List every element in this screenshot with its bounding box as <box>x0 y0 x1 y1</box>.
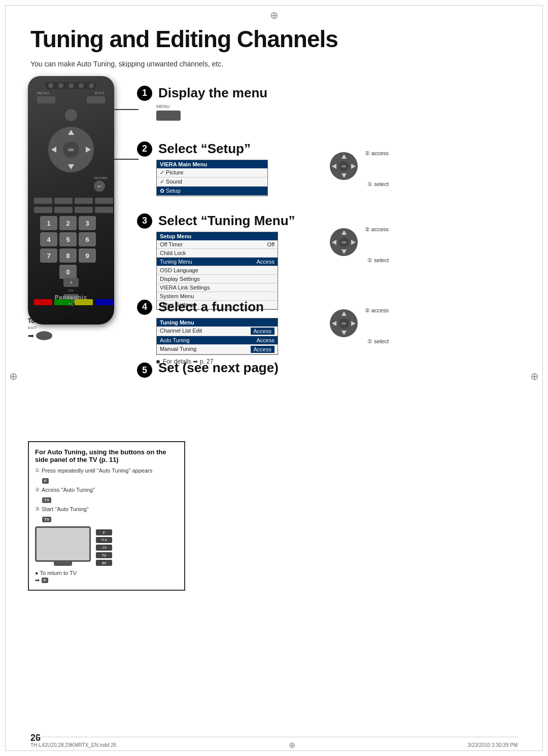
step-2-menu-header: VIERA Main Menu <box>157 160 267 168</box>
num-1[interactable]: 1 <box>40 216 57 230</box>
page-footer: TH-L42U20,28,29KMRTX_EN.indd 26 ⊕ 3/23/2… <box>30 737 518 750</box>
step-2-menu: VIERA Main Menu ✓ Picture ✓ Sound ✿ Setu… <box>156 160 268 196</box>
info-return-label: ● To return to TV ➡ F <box>35 570 178 584</box>
info-step-2-text: Access "Auto Tuning" <box>42 487 95 493</box>
step-4-ok-diagram: OK ② access ① select <box>325 304 391 350</box>
crosshair-top: ⊕ <box>270 9 279 21</box>
return-button[interactable]: ↩ <box>94 181 105 192</box>
step-1-menu-label: MENU <box>156 104 267 109</box>
step-2-menu-item-setup: ✿ Setup <box>157 187 267 196</box>
info-step-3: ③ Start "Auto Tuning" <box>35 506 178 512</box>
step-3-tuning-menu: Tuning MenuAccess <box>157 258 278 266</box>
small-btn-5[interactable] <box>34 207 52 213</box>
return-title: To return to TV <box>28 317 71 325</box>
num-5[interactable]: 5 <box>59 232 77 246</box>
return-arrow-icon: ➡ <box>35 577 40 584</box>
small-btn-4[interactable] <box>95 198 113 204</box>
exit-button[interactable] <box>87 96 105 103</box>
connector-step2 <box>114 159 139 160</box>
ch-up[interactable]: ∧ <box>63 278 79 287</box>
dpad-left-arrow <box>51 147 56 153</box>
step-3-viera: VIERA Link Settings <box>157 283 278 292</box>
crosshair-right: ⊕ <box>530 370 539 382</box>
step-4-title: Select a function <box>158 299 264 314</box>
small-btn-2[interactable] <box>54 198 73 204</box>
panel-btn-plus: +/∧ <box>96 537 112 543</box>
step-3-menu-header: Setup Menu <box>157 232 278 240</box>
tv-diagram-area: F +/∧ -/∨ TV AV <box>35 526 178 566</box>
step-1-number: 1 <box>137 86 152 101</box>
step-3-osd: OSD Language <box>157 266 278 275</box>
step-4-select-label: ① select <box>367 338 389 345</box>
step-3-ok-diagram: OK ② access ① select <box>325 223 391 269</box>
return-key: F <box>42 578 48 583</box>
crosshair-bottom-center: ⊕ <box>289 740 295 750</box>
small-buttons-row1 <box>34 198 113 204</box>
small-btn-3[interactable] <box>75 198 93 204</box>
step-2-select-label: ① select <box>367 181 389 188</box>
menu-label: MENU <box>37 91 50 95</box>
step-1: 1 Display the menu MENU <box>137 85 267 121</box>
step-2-number: 2 <box>137 141 152 157</box>
num-0[interactable]: 0 <box>59 265 77 279</box>
step-2-menu-item-sound: ✓ Sound <box>157 177 267 187</box>
small-btn-7[interactable] <box>75 207 93 213</box>
num-8[interactable]: 8 <box>59 248 77 263</box>
page-title: Tuning and Editing Channels <box>30 25 338 53</box>
menu-button[interactable] <box>37 96 55 103</box>
return-to-tv-section: To return to TV EXIT ➡ <box>28 317 71 340</box>
dpad-right-arrow <box>86 147 91 153</box>
menu-button-visual <box>156 111 181 121</box>
step-2-title: Select “Setup” <box>158 141 251 156</box>
remote-top-bar <box>46 82 96 89</box>
color-btn-blue[interactable] <box>95 299 113 305</box>
info-step-3-num: ③ <box>35 506 40 512</box>
step-4-menu: Tuning Menu Channel List EditAccess Auto… <box>156 318 278 355</box>
step-2: 2 Select “Setup” VIERA Main Menu ✓ Pictu… <box>137 141 268 196</box>
info-box: For Auto Tuning, using the buttons on th… <box>28 441 185 591</box>
dpad[interactable]: OK <box>48 127 94 172</box>
small-btn-6[interactable] <box>54 207 73 213</box>
f-key-1: F <box>42 478 49 484</box>
color-btn-red[interactable] <box>34 299 52 305</box>
num-3[interactable]: 3 <box>79 216 96 230</box>
info-step-3-text: Start "Auto Tuning" <box>42 506 89 512</box>
step-3-child-lock: Child Lock <box>157 249 278 258</box>
tv-screen <box>35 526 91 562</box>
panel-btn-f: F <box>96 529 112 535</box>
small-btn-8[interactable] <box>95 207 113 213</box>
step-3-select-label: ① select <box>367 257 389 264</box>
panel-btn-av: AV <box>96 560 112 566</box>
panel-btn-tv: TV <box>96 552 112 558</box>
dpad-down-arrow <box>68 164 74 169</box>
step-3: 3 Select “Tuning Menu” Setup Menu Off Ti… <box>137 213 295 310</box>
num-4[interactable]: 4 <box>40 232 57 246</box>
ok-button[interactable]: OK <box>63 141 79 158</box>
tv-key-1: TV <box>42 497 51 503</box>
num-2[interactable]: 2 <box>59 216 77 230</box>
step-4-access-label: ② access <box>365 307 389 314</box>
circle-button[interactable] <box>65 109 77 121</box>
step-5: 5 Set (see next page) <box>137 360 279 378</box>
step-3-display: Display Settings <box>157 275 278 283</box>
step-3-number: 3 <box>137 213 152 229</box>
side-panel-buttons: F +/∧ -/∨ TV AV <box>96 529 112 566</box>
tv-label: TV <box>68 302 74 307</box>
step-4-manual: Manual TuningAccess <box>157 345 278 354</box>
numpad: 1 2 3 4 5 6 7 8 9 0 <box>40 216 96 279</box>
num-6[interactable]: 6 <box>79 232 96 246</box>
small-btn-1[interactable] <box>34 198 52 204</box>
tv-stand <box>54 562 72 566</box>
num-9[interactable]: 9 <box>79 248 96 263</box>
num-7[interactable]: 7 <box>40 248 57 263</box>
exit-small-label: EXIT <box>28 326 71 330</box>
step-2-ok-diagram: OK ② access ① select <box>325 147 391 193</box>
exit-label: EXIT <box>95 91 105 95</box>
info-step-1: ① Press repeatedly until "Auto Tuning" a… <box>35 467 178 474</box>
step-5-number: 5 <box>137 363 152 378</box>
info-step-2-num: ② <box>35 487 40 492</box>
step-3-access-label: ② access <box>365 226 389 233</box>
return-arrow: ➡ <box>28 332 34 340</box>
step-4-number: 4 <box>137 300 152 315</box>
step-3-menu: Setup Menu Off TimerOff Child Lock Tunin… <box>156 232 278 310</box>
